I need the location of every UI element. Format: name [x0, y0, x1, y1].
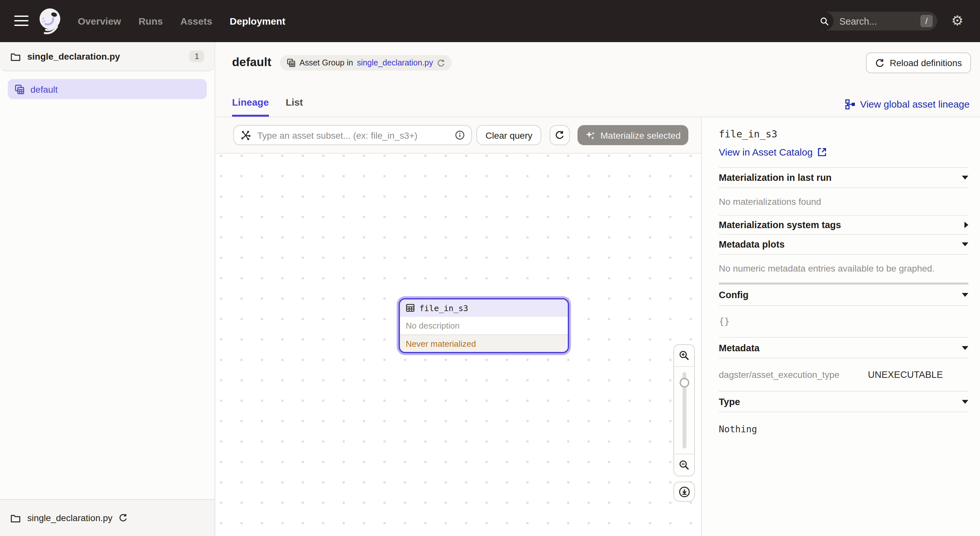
asset-node-title: file_in_s3 [419, 303, 468, 313]
section-config[interactable]: Config [719, 285, 968, 306]
clear-query-button[interactable]: Clear query [476, 125, 541, 145]
metadata-key: dagster/asset_execution_type [719, 369, 868, 380]
tab-lineage[interactable]: Lineage [232, 97, 269, 117]
nav-item-assets[interactable]: Assets [180, 16, 212, 27]
materialize-selected-label: Materialize selected [600, 130, 681, 140]
reload-definitions-label: Reload definitions [889, 58, 962, 68]
zoom-slider-thumb[interactable] [679, 378, 689, 388]
metadata-row: dagster/asset_execution_type UNEXECUTABL… [719, 358, 968, 391]
chevron-down-icon [962, 293, 968, 297]
reload-repo-icon[interactable] [437, 59, 445, 67]
dagster-logo[interactable] [37, 7, 64, 36]
asset-group-tag: Asset Group in single_declaration.py [280, 55, 452, 71]
reload-definitions-button[interactable]: Reload definitions [865, 52, 971, 73]
section-label: Config [719, 290, 749, 300]
section-materialization-last-run[interactable]: Materialization in last run [719, 168, 968, 188]
view-in-asset-catalog-link[interactable]: View in Asset Catalog [719, 146, 827, 157]
metadata-plots-empty-state: No numeric metadata entries available to… [719, 255, 968, 285]
zoom-controls [673, 344, 695, 476]
lineage-column: Clear query Materialize selected [216, 117, 701, 536]
chevron-down-icon [962, 346, 968, 350]
download-icon [678, 486, 690, 498]
global-search[interactable]: / [815, 12, 937, 30]
external-link-icon [817, 147, 827, 157]
zoom-out-button[interactable] [674, 454, 694, 476]
chevron-down-icon [962, 399, 968, 404]
nav-item-runs[interactable]: Runs [138, 16, 163, 27]
primary-nav: Overview Runs Assets Deployment [78, 0, 285, 42]
repo-name: single_declaration.py [27, 51, 120, 62]
type-value: Nothing [719, 412, 968, 446]
refresh-graph-button[interactable] [550, 125, 570, 145]
top-navbar: Overview Runs Assets Deployment / ⚙ [0, 0, 980, 42]
op-selector-icon [240, 130, 251, 140]
repo-count-badge: 1 [189, 51, 204, 62]
main-area: default Asset Group in single_declaratio… [216, 42, 980, 536]
refresh-icon [875, 58, 885, 68]
asset-node-status: Never materialized [400, 334, 568, 352]
section-metadata[interactable]: Metadata [719, 338, 968, 358]
tab-list[interactable]: List [285, 97, 303, 117]
global-lineage-label: View global asset lineage [860, 99, 970, 110]
chevron-down-icon [962, 176, 968, 180]
tag-prefix: Asset Group in [299, 58, 353, 67]
asset-group-icon [286, 58, 296, 67]
panel-asset-title: file_in_s3 [719, 128, 968, 140]
nav-item-overview[interactable]: Overview [78, 16, 121, 27]
config-json: {} [719, 316, 730, 327]
search-icon [815, 12, 834, 30]
nav-item-deployment[interactable]: Deployment [230, 16, 285, 27]
chevron-down-icon [962, 242, 968, 246]
section-label: Materialization system tags [719, 220, 841, 230]
dagster-app-window: Overview Runs Assets Deployment / ⚙ sing… [0, 0, 980, 536]
asset-node-header: file_in_s3 [400, 299, 568, 316]
sidebar-item-default-group[interactable]: default [8, 79, 207, 99]
materialize-selected-button[interactable]: Materialize selected [578, 125, 688, 145]
view-global-asset-lineage-link[interactable]: View global asset lineage [845, 99, 970, 110]
catalog-link-label: View in Asset Catalog [719, 146, 813, 157]
config-value: {} [719, 306, 968, 338]
sidebar-repo-header[interactable]: single_declaration.py 1 [0, 42, 215, 71]
content-area: Clear query Materialize selected [216, 117, 980, 536]
sidebar-footer: single_declaration.py [0, 499, 215, 536]
asset-query-toolbar: Clear query Materialize selected [216, 117, 701, 154]
sparkle-icon [585, 130, 596, 140]
section-materialization-system-tags[interactable]: Materialization system tags [719, 216, 968, 235]
asset-subset-input[interactable] [256, 129, 455, 141]
view-tabs: Lineage List [232, 97, 303, 117]
table-icon [406, 303, 415, 312]
search-shortcut-badge: / [920, 15, 933, 27]
empty-text: No numeric metadata entries available to… [719, 263, 935, 274]
asset-node-file-in-s3[interactable]: file_in_s3 No description Never material… [397, 296, 571, 355]
search-input[interactable] [834, 16, 920, 26]
folder-icon [10, 51, 21, 61]
hamburger-menu-icon[interactable] [14, 16, 29, 27]
zoom-out-icon [679, 460, 690, 471]
section-metadata-plots[interactable]: Metadata plots [719, 235, 968, 255]
tag-repo-link[interactable]: single_declaration.py [357, 58, 433, 67]
info-icon[interactable] [455, 130, 465, 140]
section-label: Metadata plots [719, 239, 784, 250]
reload-repo-icon[interactable] [118, 513, 127, 522]
metadata-value: UNEXECUTABLE [868, 369, 943, 380]
footer-repo-name: single_declaration.py [27, 513, 113, 523]
section-type[interactable]: Type [719, 391, 968, 412]
empty-text: No materializations found [719, 196, 821, 207]
asset-details-panel: file_in_s3 View in Asset Catalog Materia… [701, 117, 980, 536]
folder-icon [10, 513, 21, 523]
asset-subset-field[interactable] [233, 125, 472, 145]
code-location-sidebar: single_declaration.py 1 default single_d… [0, 42, 215, 536]
download-graph-button[interactable] [673, 482, 695, 502]
section-label: Metadata [719, 342, 760, 353]
zoom-slider[interactable] [674, 367, 694, 454]
page-header: default Asset Group in single_declaratio… [216, 42, 980, 117]
asset-group-icon [14, 84, 25, 94]
zoom-in-button[interactable] [674, 345, 694, 367]
page-title: default [232, 55, 271, 69]
panel-header: file_in_s3 View in Asset Catalog [719, 117, 968, 168]
asset-node-description: No description [400, 316, 568, 334]
section-label: Type [719, 396, 740, 407]
lineage-canvas[interactable]: file_in_s3 No description Never material… [216, 154, 701, 536]
type-name: Nothing [719, 424, 757, 434]
gear-icon[interactable]: ⚙ [950, 14, 964, 28]
